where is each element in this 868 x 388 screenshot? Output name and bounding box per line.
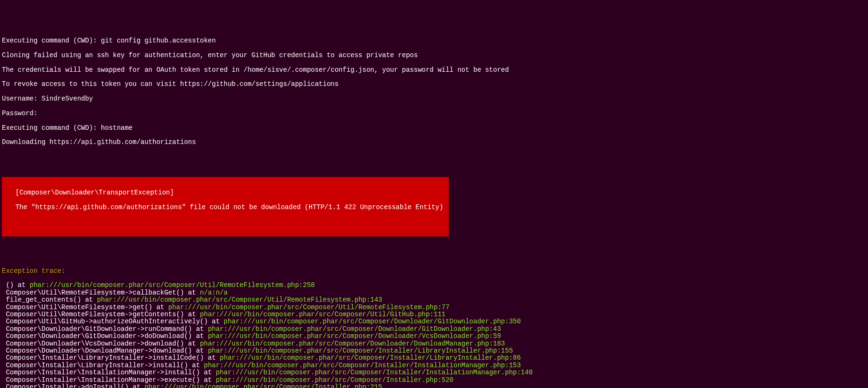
trace-call: () at	[2, 281, 30, 289]
terminal-output: Executing command (CWD): git config gith…	[0, 29, 868, 388]
trace-call: Composer\Installer\LibraryInstaller->ins…	[2, 362, 204, 369]
error-exception-class: [Composer\Downloader\TransportException]	[8, 189, 443, 196]
trace-line: Composer\Installer\InstallationManager->…	[2, 369, 866, 376]
output-line: Password:	[2, 110, 866, 117]
trace-path: phar:///usr/bin/composer.phar/src/Compos…	[204, 362, 521, 369]
trace-path: phar:///usr/bin/composer.phar/src/Compos…	[216, 369, 533, 376]
trace-line: Composer\Downloader\GitDownloader->doDow…	[2, 333, 866, 340]
trace-path: phar:///usr/bin/composer.phar/src/Compos…	[216, 376, 454, 384]
trace-call: Composer\Util\RemoteFilesystem->get() at	[2, 304, 168, 311]
trace-call: Composer\Downloader\GitDownloader->doDow…	[2, 332, 208, 340]
trace-line: Composer\Util\RemoteFilesystem->callback…	[2, 289, 866, 296]
trace-call: Composer\Util\GitHub->authorizeOAuthInte…	[2, 318, 223, 325]
error-box: [Composer\Downloader\TransportException]…	[2, 177, 449, 236]
error-message: The "https://api.github.com/authorizatio…	[8, 204, 443, 211]
output-line: Executing command (CWD): git config gith…	[2, 37, 866, 44]
trace-line: Composer\Downloader\GitDownloader->runCo…	[2, 326, 866, 333]
trace-path: phar:///usr/bin/composer.phar/src/Compos…	[30, 281, 315, 289]
output-line: Executing command (CWD): hostname	[2, 125, 866, 132]
trace-line: file_get_contents() at phar:///usr/bin/c…	[2, 296, 866, 304]
trace-line: Composer\Downloader\VcsDownloader->downl…	[2, 340, 866, 347]
output-line: Cloning failed using an ssh key for auth…	[2, 52, 866, 59]
trace-path: phar:///usr/bin/composer.phar/src/Compos…	[200, 340, 505, 347]
output-line: To revoke access to this token you can v…	[2, 81, 866, 88]
output-line: The credentials will be swapped for an O…	[2, 67, 866, 74]
trace-line: Composer\Installer\LibraryInstaller->ins…	[2, 354, 866, 362]
trace-call: Composer\Downloader\VcsDownloader->downl…	[2, 340, 200, 347]
trace-path: phar:///usr/bin/composer.phar/src/Compos…	[220, 354, 521, 362]
trace-call: Composer\Util\RemoteFilesystem->callback…	[2, 289, 200, 296]
trace-line: Composer\Installer\LibraryInstaller->ins…	[2, 362, 866, 369]
trace-path: n/a:n/a	[200, 289, 228, 296]
trace-call: Composer\Installer\LibraryInstaller->ins…	[2, 354, 220, 362]
trace-line: () at phar:///usr/bin/composer.phar/src/…	[2, 282, 866, 289]
trace-path: phar:///usr/bin/composer.phar/src/Compos…	[223, 318, 521, 325]
trace-line: Composer\Util\GitHub->authorizeOAuthInte…	[2, 318, 866, 325]
trace-call: file_get_contents() at	[2, 296, 97, 304]
trace-path: phar:///usr/bin/composer.phar/src/Compos…	[97, 296, 382, 304]
output-line: Downloading https://api.github.com/autho…	[2, 139, 866, 146]
trace-line: Composer\Downloader\DownloadManager->dow…	[2, 347, 866, 354]
trace-call: Composer\Util\RemoteFilesystem->getConte…	[2, 311, 200, 318]
exception-trace: () at phar:///usr/bin/composer.phar/src/…	[2, 282, 866, 388]
output-line: Username: SindreSvendby	[2, 95, 866, 102]
trace-path: phar:///usr/bin/composer.phar/src/Compos…	[200, 311, 446, 318]
trace-call: Composer\Downloader\DownloadManager->dow…	[2, 347, 208, 354]
trace-line: Composer\Installer->doInstall() at phar:…	[2, 384, 866, 388]
trace-path: phar:///usr/bin/composer.phar/src/Compos…	[168, 304, 450, 311]
trace-call: Composer\Installer\InstallationManager->…	[2, 376, 216, 384]
trace-line: Composer\Installer\InstallationManager->…	[2, 377, 866, 384]
trace-path: phar:///usr/bin/composer.phar/src/Compos…	[208, 347, 513, 354]
trace-call: Composer\Installer->doInstall() at	[2, 383, 144, 388]
trace-path: phar:///usr/bin/composer.phar/src/Compos…	[208, 332, 501, 340]
trace-path: phar:///usr/bin/composer.phar/src/Compos…	[208, 325, 501, 333]
trace-call: Composer\Downloader\GitDownloader->runCo…	[2, 325, 208, 333]
trace-line: Composer\Util\RemoteFilesystem->get() at…	[2, 304, 866, 311]
trace-call: Composer\Installer\InstallationManager->…	[2, 369, 216, 376]
trace-line: Composer\Util\RemoteFilesystem->getConte…	[2, 311, 866, 318]
trace-path: phar:///usr/bin/composer.phar/src/Compos…	[144, 383, 382, 388]
exception-trace-header: Exception trace:	[2, 268, 866, 275]
